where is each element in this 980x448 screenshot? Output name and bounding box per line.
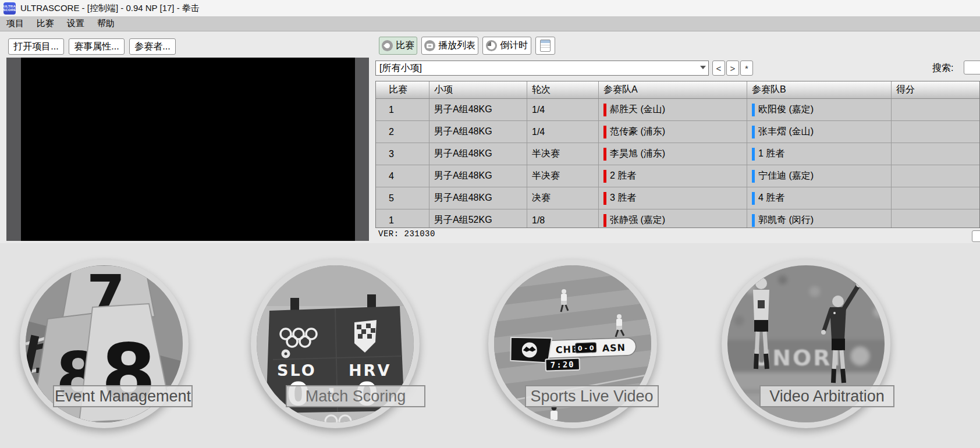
search-label: 搜索: (932, 62, 953, 74)
open-project-label: 打开项目... (13, 41, 58, 53)
cell-event: 男子A组48KG (429, 143, 527, 165)
teamB-name: 郭凯奇 (闵行) (758, 214, 814, 226)
teamA-name: 张静强 (嘉定) (610, 214, 665, 226)
playlist-button[interactable]: 播放列表 (421, 37, 478, 55)
cell-event: 男子A组48KG (429, 187, 527, 209)
title-bar: ULTRA SCORE ULTRASCORE - [控制端] - 0.94 NP… (0, 0, 980, 16)
column-header-event[interactable]: 小项 (429, 81, 527, 98)
open-project-button[interactable]: 打开项目... (8, 38, 64, 55)
column-header-score[interactable]: 得分 (892, 81, 979, 98)
participants-label: 参赛者... (134, 41, 170, 53)
teamB-name: 宁佳迪 (嘉定) (758, 170, 814, 182)
teamA-name: 3 胜者 (610, 192, 636, 204)
table-row[interactable]: 3 男子A组48KG 半决赛 李昊旭 (浦东) 1 胜者 (376, 143, 979, 165)
column-header-teamA[interactable]: 参赛队A (599, 81, 747, 98)
cell-match: 4 (376, 165, 429, 187)
cell-match: 1 (376, 209, 429, 228)
teamB-name: 欧阳俊 (嘉定) (758, 104, 814, 116)
cell-teamB: 1 胜者 (747, 143, 892, 165)
video-screen (21, 58, 355, 241)
table-header: 比赛 小项 轮次 参赛队A 参赛队B 得分 (376, 81, 979, 99)
cell-round: 1/4 (527, 99, 599, 120)
search-input[interactable] (964, 61, 980, 74)
prev-label: < (716, 63, 722, 73)
countdown-icon (486, 40, 497, 51)
star-button[interactable]: * (740, 61, 753, 76)
red-corner-bar (603, 104, 606, 116)
svg-text:0 - 0: 0 - 0 (578, 344, 594, 353)
teamB-name: 4 胜者 (758, 192, 784, 204)
video-arbitration-label: Video Arbitration (759, 385, 894, 407)
cell-score (892, 99, 979, 120)
star-label: * (745, 63, 748, 73)
match-tab-label: 比赛 (396, 40, 414, 52)
match-scoring-label: Match Scoring (286, 385, 425, 407)
menu-settings[interactable]: 设置 (61, 16, 91, 31)
teamA-name: 2 胜者 (610, 170, 636, 182)
table-row[interactable]: 2 男子A组48KG 1/4 范传豪 (浦东) 张丰熠 (金山) (376, 121, 979, 143)
player-figure (551, 406, 558, 421)
svg-text:7:20: 7:20 (551, 360, 575, 369)
column-header-round[interactable]: 轮次 (527, 81, 599, 98)
cell-event: 男子A组52KG (429, 209, 527, 228)
column-header-match[interactable]: 比赛 (376, 81, 429, 98)
menu-help[interactable]: 帮助 (91, 16, 121, 31)
menu-project[interactable]: 项目 (0, 16, 30, 31)
event-filter-value: [所有小项] (379, 62, 422, 74)
cell-teamA: 3 胜者 (599, 187, 747, 209)
cell-score (892, 121, 979, 143)
cell-teamA: 李昊旭 (浦东) (599, 143, 747, 165)
document-icon (540, 40, 551, 52)
event-properties-label: 赛事属性... (74, 41, 119, 53)
cell-match: 1 (376, 99, 429, 120)
participants-button[interactable]: 参赛者... (129, 38, 176, 55)
column-header-teamB[interactable]: 参赛队B (747, 81, 892, 98)
cell-match: 3 (376, 143, 429, 165)
cell-teamB: 张丰熠 (金山) (747, 121, 892, 143)
event-management-label: Event Management (53, 385, 193, 407)
cell-score (892, 187, 979, 209)
teamB-name: 张丰熠 (金山) (758, 126, 814, 138)
cell-teamB: 4 胜者 (747, 187, 892, 209)
cell-score (892, 165, 979, 187)
cell-match: 2 (376, 121, 429, 143)
cell-round: 决赛 (527, 187, 599, 209)
cell-round: 半决赛 (527, 165, 599, 187)
app-logo-line2: SCORE (3, 8, 16, 12)
next-button[interactable]: > (726, 61, 739, 76)
ultrascore-window: ULTRA SCORE ULTRASCORE - [控制端] - 0.94 NP… (0, 0, 980, 448)
video-preview-panel (6, 58, 369, 241)
cell-teamB: 郭凯奇 (闵行) (747, 209, 892, 228)
cell-score (892, 143, 979, 165)
teamB-name: 1 胜者 (758, 148, 784, 160)
cell-teamB: 宁佳迪 (嘉定) (747, 165, 892, 187)
blue-corner-bar (752, 214, 755, 227)
chevron-down-icon (700, 66, 706, 72)
cell-event: 男子A组48KG (429, 121, 527, 143)
red-corner-bar (603, 170, 606, 183)
match-tab-button[interactable]: 比赛 (379, 37, 417, 55)
sports-live-video-label: Sports Live Video (525, 385, 659, 407)
table-row[interactable]: 1 男子A组48KG 1/4 郝胜天 (金山) 欧阳俊 (嘉定) (376, 99, 979, 121)
clipped-input[interactable] (972, 230, 980, 242)
cell-teamA: 郝胜天 (金山) (599, 99, 747, 120)
event-properties-button[interactable]: 赛事属性... (69, 38, 125, 55)
blue-corner-bar (752, 126, 755, 138)
cell-event: 男子A组48KG (429, 165, 527, 187)
table-row[interactable]: 4 男子A组48KG 半决赛 2 胜者 宁佳迪 (嘉定) (376, 165, 979, 187)
cell-round: 1/4 (527, 121, 599, 143)
event-filter-dropdown[interactable]: [所有小项] (375, 61, 709, 76)
table-row[interactable]: 5 男子A组48KG 决赛 3 胜者 4 胜者 (376, 187, 979, 209)
notes-button[interactable] (535, 37, 555, 55)
cell-teamB: 欧阳俊 (嘉定) (747, 99, 892, 120)
countdown-button[interactable]: 倒计时 (482, 37, 531, 55)
teamA-name: 郝胜天 (金山) (610, 104, 665, 116)
blue-corner-bar (752, 170, 755, 183)
table-row[interactable]: 1 男子A组52KG 1/8 张静强 (嘉定) 郭凯奇 (闵行) (376, 209, 979, 228)
menu-match[interactable]: 比赛 (30, 16, 61, 31)
cell-score (892, 209, 979, 228)
app-logo-icon: ULTRA SCORE (3, 2, 16, 15)
match-table: 比赛 小项 轮次 参赛队A 参赛队B 得分 1 男子A组48KG 1/4 郝胜天… (375, 81, 980, 228)
prev-button[interactable]: < (712, 61, 725, 76)
menu-bar: 项目 比赛 设置 帮助 (0, 16, 980, 31)
